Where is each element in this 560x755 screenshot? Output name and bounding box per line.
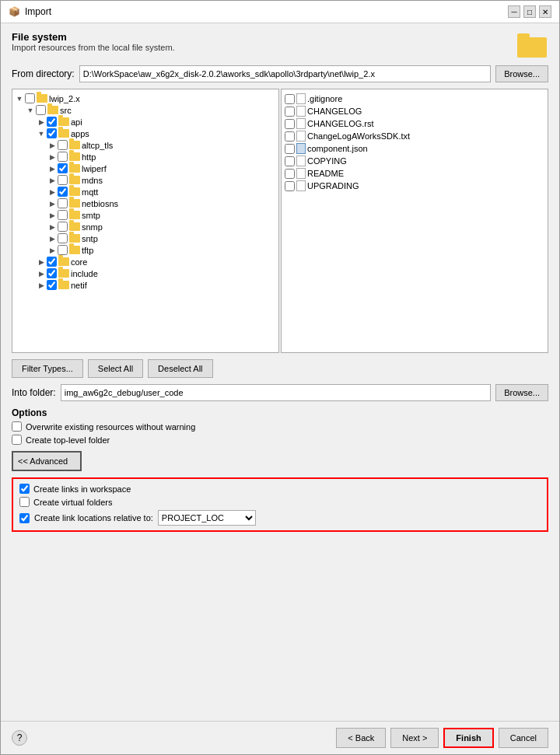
list-item[interactable]: ▶ netif: [16, 279, 275, 291]
item-checkbox[interactable]: [285, 131, 295, 142]
create-virtual-checkbox[interactable]: [19, 497, 30, 507]
item-checkbox[interactable]: [285, 107, 295, 117]
list-item[interactable]: ▶ http: [16, 151, 275, 163]
expander-icon[interactable]: ▼: [26, 107, 34, 114]
list-item[interactable]: ▶ lwiperf: [16, 163, 275, 174]
item-checkbox[interactable]: [58, 152, 68, 162]
item-checkbox[interactable]: [47, 268, 57, 278]
expander-icon[interactable]: ▶: [48, 246, 56, 254]
list-item[interactable]: ▼ apps: [16, 128, 275, 139]
expander-icon[interactable]: ▶: [48, 211, 56, 219]
list-item[interactable]: COPYING: [285, 155, 544, 167]
relative-select[interactable]: PROJECT_LOC WORKSPACE_LOC FILE_SYSTEM_LO…: [158, 510, 256, 526]
from-directory-input[interactable]: [79, 65, 491, 82]
list-item[interactable]: ▶ mqtt: [16, 186, 275, 197]
item-checkbox[interactable]: [47, 117, 57, 127]
list-item[interactable]: CHANGELOG: [285, 105, 544, 117]
select-all-button[interactable]: Select All: [88, 359, 143, 378]
list-item[interactable]: ▶ include: [16, 267, 275, 279]
item-checkbox[interactable]: [285, 119, 295, 129]
item-checkbox[interactable]: [285, 94, 295, 104]
item-checkbox[interactable]: [58, 140, 68, 150]
item-checkbox[interactable]: [47, 257, 57, 267]
create-links-checkbox[interactable]: [19, 484, 30, 494]
expander-icon[interactable]: ▶: [48, 153, 56, 161]
folder-icon: [69, 164, 80, 173]
expander-icon[interactable]: ▶: [37, 270, 45, 278]
expander-icon[interactable]: ▶: [48, 165, 56, 173]
expander-icon[interactable]: ▶: [48, 235, 56, 243]
item-checkbox[interactable]: [58, 245, 68, 255]
item-checkbox[interactable]: [47, 280, 57, 290]
item-checkbox[interactable]: [58, 163, 68, 173]
from-directory-browse-button[interactable]: Browse...: [495, 65, 548, 82]
item-checkbox[interactable]: [285, 144, 295, 154]
list-item[interactable]: ▶ snmp: [16, 221, 275, 232]
folder-icon: [69, 187, 80, 196]
item-checkbox[interactable]: [58, 233, 68, 243]
item-checkbox[interactable]: [58, 210, 68, 220]
item-checkbox[interactable]: [58, 175, 68, 185]
left-tree-panel[interactable]: ▼ lwip_2.x ▼ src ▶ api: [12, 89, 279, 353]
expander-icon[interactable]: ▶: [48, 223, 56, 231]
folder-icon: [47, 106, 58, 114]
item-checkbox[interactable]: [58, 222, 68, 232]
item-checkbox[interactable]: [285, 169, 295, 179]
minimize-button[interactable]: ─: [508, 5, 520, 18]
finish-button[interactable]: Finish: [443, 728, 493, 748]
item-checkbox[interactable]: [285, 156, 295, 166]
window-title: Import: [25, 6, 51, 17]
list-item[interactable]: UPGRADING: [285, 180, 544, 192]
expander-icon[interactable]: ▶: [48, 188, 56, 196]
list-item[interactable]: .gitignore: [285, 93, 544, 105]
list-item[interactable]: ▶ altcp_tls: [16, 139, 275, 151]
list-item[interactable]: ▶ smtp: [16, 209, 275, 221]
help-button[interactable]: ?: [12, 730, 27, 746]
create-relative-checkbox[interactable]: [19, 513, 30, 523]
item-checkbox[interactable]: [25, 93, 35, 103]
back-button[interactable]: < Back: [336, 728, 386, 748]
folder-icon: [69, 222, 80, 231]
deselect-all-button[interactable]: Deselect All: [148, 359, 212, 378]
expander-icon[interactable]: ▶: [37, 258, 45, 266]
into-folder-input[interactable]: [61, 384, 491, 401]
next-button[interactable]: Next >: [390, 728, 439, 748]
list-item[interactable]: ▶ api: [16, 116, 275, 128]
expander-icon[interactable]: ▶: [37, 281, 45, 289]
list-item[interactable]: component.json: [285, 142, 544, 155]
filter-types-button[interactable]: Filter Types...: [12, 359, 83, 378]
list-item[interactable]: ▶ netbiosns: [16, 197, 275, 209]
list-item[interactable]: ▶ mdns: [16, 174, 275, 186]
into-folder-browse-button[interactable]: Browse...: [495, 384, 548, 401]
expander-icon[interactable]: ▶: [48, 200, 56, 208]
cancel-button[interactable]: Cancel: [499, 728, 548, 748]
item-checkbox[interactable]: [285, 181, 295, 191]
advanced-button[interactable]: << Advanced: [12, 451, 82, 471]
item-checkbox[interactable]: [36, 105, 46, 115]
main-content: File system Import resources from the lo…: [1, 23, 559, 721]
list-item[interactable]: ChangeLogAWorksSDK.txt: [285, 130, 544, 142]
maximize-button[interactable]: □: [523, 5, 536, 18]
list-item[interactable]: ▼ src: [16, 104, 275, 116]
expander-icon[interactable]: ▶: [37, 118, 45, 126]
item-checkbox[interactable]: [47, 128, 57, 138]
list-item[interactable]: ▼ lwip_2.x: [16, 93, 275, 104]
header-text: File system Import resources from the lo…: [12, 31, 175, 52]
create-top-level-row: Create top-level folder: [12, 435, 548, 445]
expander-icon[interactable]: ▶: [48, 142, 56, 149]
close-button[interactable]: ✕: [539, 5, 551, 18]
item-checkbox[interactable]: [58, 198, 68, 208]
item-label: tftp: [82, 246, 93, 255]
list-item[interactable]: README: [285, 167, 544, 180]
overwrite-checkbox[interactable]: [12, 421, 22, 432]
list-item[interactable]: ▶ sntp: [16, 232, 275, 244]
list-item[interactable]: ▶ tftp: [16, 244, 275, 256]
right-file-panel[interactable]: .gitignore CHANGELOG CHANGELOG.rst Chang…: [281, 89, 548, 353]
list-item[interactable]: CHANGELOG.rst: [285, 117, 544, 130]
list-item[interactable]: ▶ core: [16, 256, 275, 267]
create-top-level-checkbox[interactable]: [12, 435, 22, 445]
item-checkbox[interactable]: [58, 187, 68, 197]
expander-icon[interactable]: ▶: [48, 177, 56, 184]
expander-icon[interactable]: ▼: [16, 95, 23, 103]
expander-icon[interactable]: ▼: [37, 130, 45, 138]
